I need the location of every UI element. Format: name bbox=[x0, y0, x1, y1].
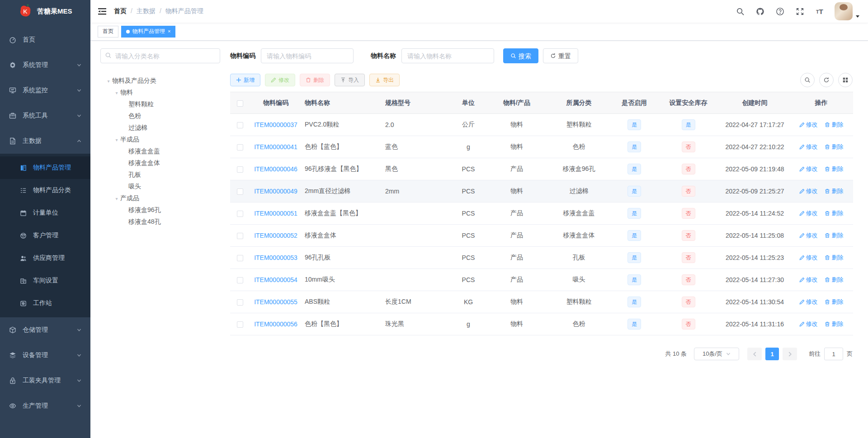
sidebar-menu-item[interactable]: 首页 bbox=[0, 27, 90, 52]
row-edit-button[interactable]: 修改 bbox=[799, 298, 818, 306]
tree-expand-icon[interactable] bbox=[121, 184, 128, 189]
user-menu[interactable] bbox=[835, 2, 860, 20]
tree-node[interactable]: 移液盒96孔 bbox=[100, 204, 220, 216]
tree-expand-icon[interactable] bbox=[121, 173, 128, 178]
row-checkbox[interactable] bbox=[237, 255, 243, 261]
edit-button[interactable]: 修改 bbox=[265, 74, 295, 86]
toolbar-refresh-icon[interactable] bbox=[819, 73, 834, 87]
sidebar-menu-item[interactable]: 系统工具 bbox=[0, 103, 90, 128]
row-checkbox[interactable] bbox=[237, 321, 243, 328]
app-logo[interactable]: K 苦糖果MES bbox=[0, 0, 90, 23]
row-delete-button[interactable]: 删除 bbox=[825, 187, 843, 195]
sidebar-submenu-item[interactable]: 客户管理 bbox=[0, 224, 90, 247]
row-delete-button[interactable]: 删除 bbox=[825, 254, 843, 262]
sidebar-toggle-icon[interactable] bbox=[98, 7, 107, 16]
tree-expand-icon[interactable] bbox=[121, 114, 128, 119]
tree-expand-icon[interactable] bbox=[121, 102, 128, 107]
material-code-link[interactable]: ITEM00000056 bbox=[254, 320, 297, 328]
tree-expand-icon[interactable]: ▾ bbox=[113, 90, 120, 95]
tree-node[interactable]: ▾ 物料 bbox=[100, 87, 220, 99]
tree-node[interactable]: ▾ 物料及产品分类 bbox=[100, 75, 220, 87]
tree-node[interactable]: 孔板 bbox=[100, 169, 220, 181]
tree-node[interactable]: 过滤棉 bbox=[100, 122, 220, 134]
row-edit-button[interactable]: 修改 bbox=[799, 320, 818, 328]
material-code-link[interactable]: ITEM00000041 bbox=[254, 143, 297, 151]
row-delete-button[interactable]: 删除 bbox=[825, 209, 843, 217]
next-page-button[interactable] bbox=[783, 348, 797, 360]
row-checkbox[interactable] bbox=[237, 166, 243, 173]
material-code-link[interactable]: ITEM00000046 bbox=[254, 165, 297, 173]
user-avatar[interactable] bbox=[835, 2, 853, 20]
help-icon[interactable] bbox=[772, 4, 788, 19]
tree-node[interactable]: 移液盒盒盖 bbox=[100, 146, 220, 157]
header-search-icon[interactable] bbox=[732, 4, 748, 19]
tree-node[interactable]: 移液盒48孔 bbox=[100, 216, 220, 228]
tree-expand-icon[interactable] bbox=[121, 161, 128, 166]
row-checkbox[interactable] bbox=[237, 277, 243, 283]
tab-close-icon[interactable]: × bbox=[168, 29, 170, 34]
material-code-link[interactable]: ITEM00000054 bbox=[254, 276, 297, 283]
row-checkbox[interactable] bbox=[237, 299, 243, 306]
tab-active[interactable]: 物料产品管理 × bbox=[121, 26, 175, 38]
toolbar-search-toggle-icon[interactable] bbox=[800, 73, 815, 87]
row-delete-button[interactable]: 删除 bbox=[825, 320, 843, 328]
prev-page-button[interactable] bbox=[747, 348, 762, 360]
row-checkbox[interactable] bbox=[237, 122, 243, 128]
row-edit-button[interactable]: 修改 bbox=[799, 121, 818, 129]
material-code-link[interactable]: ITEM00000053 bbox=[254, 254, 297, 261]
tree-node[interactable]: 吸头 bbox=[100, 181, 220, 193]
sidebar-menu-item[interactable]: 生产管理 bbox=[0, 393, 90, 419]
github-icon[interactable] bbox=[752, 4, 768, 19]
category-search-input[interactable] bbox=[100, 48, 220, 63]
row-delete-button[interactable]: 删除 bbox=[825, 298, 843, 306]
material-code-input[interactable] bbox=[261, 48, 354, 63]
delete-button[interactable]: 删除 bbox=[300, 74, 330, 86]
row-edit-button[interactable]: 修改 bbox=[799, 165, 818, 173]
tab-item[interactable]: 首页 bbox=[98, 26, 118, 38]
row-edit-button[interactable]: 修改 bbox=[799, 187, 818, 195]
tree-node[interactable]: ▾ 产成品 bbox=[100, 193, 220, 204]
row-checkbox[interactable] bbox=[237, 211, 243, 217]
breadcrumb-item[interactable]: 主数据 bbox=[137, 7, 156, 14]
row-edit-button[interactable]: 修改 bbox=[799, 143, 818, 151]
material-code-link[interactable]: ITEM00000037 bbox=[254, 121, 297, 128]
material-code-link[interactable]: ITEM00000049 bbox=[254, 188, 297, 195]
search-button[interactable]: 搜索 bbox=[503, 48, 538, 63]
toolbar-columns-icon[interactable] bbox=[838, 73, 853, 87]
sidebar-menu-item[interactable]: 主数据 bbox=[0, 128, 90, 154]
material-code-link[interactable]: ITEM00000055 bbox=[254, 298, 297, 306]
row-delete-button[interactable]: 删除 bbox=[825, 165, 843, 173]
sidebar-menu-item[interactable]: 工装夹具管理 bbox=[0, 368, 90, 393]
tree-node[interactable]: 色粉 bbox=[100, 110, 220, 122]
tree-expand-icon[interactable] bbox=[121, 126, 128, 131]
goto-page-input[interactable] bbox=[824, 348, 843, 360]
tree-expand-icon[interactable]: ▾ bbox=[113, 137, 120, 142]
row-delete-button[interactable]: 删除 bbox=[825, 121, 843, 129]
material-code-link[interactable]: ITEM00000051 bbox=[254, 210, 297, 217]
sidebar-submenu-item[interactable]: 工作站 bbox=[0, 292, 90, 315]
select-all-checkbox[interactable] bbox=[237, 100, 243, 107]
material-name-input[interactable] bbox=[401, 48, 494, 63]
tree-expand-icon[interactable] bbox=[121, 220, 128, 225]
page-number-1[interactable]: 1 bbox=[765, 348, 779, 360]
sidebar-menu-item[interactable]: 设备管理 bbox=[0, 343, 90, 368]
import-button[interactable]: 导入 bbox=[335, 74, 365, 86]
sidebar-submenu-item[interactable]: 供应商管理 bbox=[0, 247, 90, 269]
tree-expand-icon[interactable] bbox=[121, 149, 128, 154]
sidebar-submenu-item[interactable]: 物料产品分类 bbox=[0, 179, 90, 202]
reset-button[interactable]: 重置 bbox=[543, 48, 578, 63]
row-delete-button[interactable]: 删除 bbox=[825, 143, 843, 151]
row-delete-button[interactable]: 删除 bbox=[825, 276, 843, 284]
row-checkbox[interactable] bbox=[237, 233, 243, 239]
sidebar-menu-item[interactable]: 系统管理 bbox=[0, 52, 90, 78]
row-edit-button[interactable]: 修改 bbox=[799, 276, 818, 284]
fullscreen-icon[interactable] bbox=[792, 4, 807, 19]
breadcrumb-item[interactable]: 物料产品管理 bbox=[165, 7, 203, 14]
tree-expand-icon[interactable] bbox=[121, 208, 128, 213]
tree-expand-icon[interactable]: ▾ bbox=[113, 196, 120, 201]
tree-node[interactable]: 塑料颗粒 bbox=[100, 99, 220, 110]
row-edit-button[interactable]: 修改 bbox=[799, 254, 818, 262]
font-size-icon[interactable]: TT bbox=[812, 4, 827, 19]
sidebar-submenu-item[interactable]: 车间设置 bbox=[0, 269, 90, 292]
row-checkbox[interactable] bbox=[237, 144, 243, 151]
